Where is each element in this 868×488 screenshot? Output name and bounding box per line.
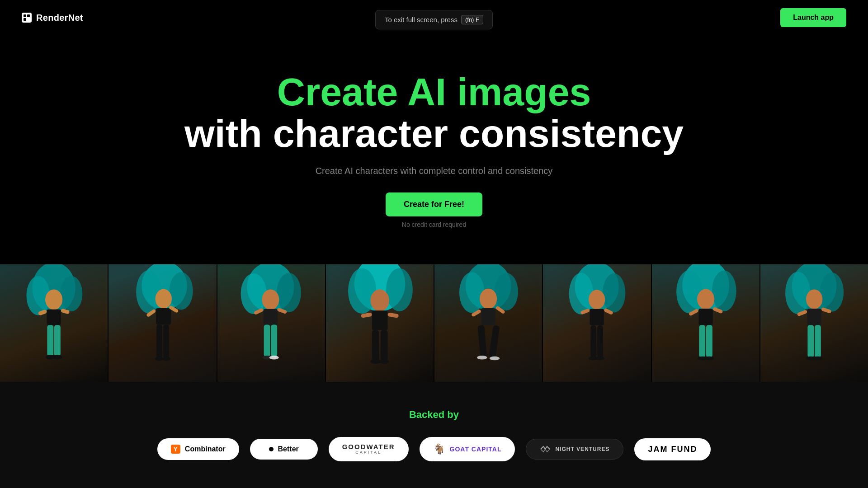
- svg-rect-42: [372, 310, 388, 330]
- svg-point-52: [480, 289, 497, 309]
- svg-point-39: [348, 268, 376, 314]
- svg-rect-4: [28, 19, 30, 21]
- svg-rect-46: [381, 330, 388, 361]
- hero-section: Create AI images with character consiste…: [0, 35, 868, 255]
- svg-rect-75: [698, 309, 712, 325]
- svg-rect-3: [24, 18, 26, 21]
- svg-point-51: [495, 273, 518, 310]
- better-dot-icon: [269, 447, 274, 451]
- svg-point-41: [370, 289, 389, 311]
- svg-rect-67: [591, 325, 597, 357]
- goat-label: GOAT CAPITAL: [450, 446, 502, 453]
- svg-rect-45: [372, 330, 379, 361]
- svg-rect-1: [24, 14, 26, 17]
- nv-icon: [540, 446, 551, 453]
- backer-goatcapital: 🐐 GOAT CAPITAL: [420, 437, 515, 461]
- backer-jamfund: JAM FUND: [634, 438, 711, 460]
- strip-image-3: [217, 264, 325, 382]
- svg-point-30: [262, 289, 279, 310]
- svg-point-70: [595, 357, 605, 361]
- strip-image-4: [326, 264, 434, 382]
- backer-nightventures: NIGHT VENTURES: [526, 439, 623, 460]
- backer-better: Better: [250, 439, 318, 460]
- strip-image-7: [652, 264, 760, 382]
- svg-rect-20: [156, 308, 171, 324]
- hero-subtitle: Create AI characters with complete contr…: [18, 166, 850, 176]
- hero-cta-area: Create for Free! No credit card required: [18, 192, 850, 228]
- dancer-figure-3: [217, 264, 325, 382]
- image-strip: [0, 264, 868, 382]
- svg-rect-64: [590, 309, 604, 325]
- dancer-figure-5: [434, 264, 542, 382]
- backed-by-label: Backed by: [18, 409, 850, 421]
- dancer-figure-1: [0, 264, 108, 382]
- yc-icon: Y: [171, 445, 180, 454]
- dancer-figure-4: [326, 264, 434, 382]
- goodwater-label: GOODWATER: [342, 443, 395, 451]
- svg-rect-90: [815, 325, 821, 357]
- svg-point-40: [386, 268, 413, 311]
- strip-image-2: [108, 264, 216, 382]
- backer-goodwater: GOODWATER CAPITAL: [329, 437, 409, 461]
- svg-point-50: [459, 272, 484, 313]
- svg-point-59: [490, 357, 500, 361]
- svg-rect-89: [807, 325, 814, 357]
- svg-point-48: [379, 359, 389, 364]
- svg-point-92: [813, 357, 822, 361]
- hero-heading: Create AI images with character consiste…: [18, 71, 850, 155]
- toast-text-prefix: To exit full screen, press: [385, 16, 458, 23]
- svg-rect-79: [706, 325, 712, 357]
- launch-app-button[interactable]: Launch app: [780, 8, 846, 27]
- svg-rect-53: [481, 308, 495, 325]
- dancer-figure-8: [760, 264, 868, 382]
- dancer-figure-2: [108, 264, 216, 382]
- goat-icon: 🐐: [433, 443, 445, 455]
- strip-image-6: [543, 264, 651, 382]
- svg-rect-31: [263, 309, 277, 325]
- strip-image-5: [434, 264, 542, 382]
- svg-rect-24: [163, 324, 169, 358]
- dancer-figure-7: [652, 264, 760, 382]
- svg-point-74: [697, 289, 714, 309]
- rendernet-logo-icon: [22, 13, 32, 23]
- svg-rect-78: [699, 325, 705, 357]
- svg-rect-44: [387, 312, 399, 318]
- svg-point-84: [820, 272, 844, 312]
- hero-title-line2: with character consistency: [18, 112, 850, 155]
- svg-point-26: [162, 357, 171, 361]
- dancer-figure-6: [543, 264, 651, 382]
- strip-image-8: [760, 264, 868, 382]
- svg-point-29: [277, 273, 301, 312]
- svg-point-83: [785, 272, 810, 314]
- svg-point-85: [806, 289, 822, 309]
- toast-key: (fn) F: [461, 15, 483, 24]
- strip-image-1: [0, 264, 108, 382]
- cta-note: No credit card required: [402, 221, 466, 228]
- svg-point-63: [589, 290, 605, 309]
- svg-point-58: [477, 356, 487, 360]
- nv-label: NIGHT VENTURES: [555, 446, 609, 452]
- backers-row: Y Combinator Better GOODWATER CAPITAL 🐐 …: [18, 437, 850, 461]
- svg-rect-35: [271, 324, 277, 357]
- svg-rect-56: [477, 325, 487, 357]
- svg-point-8: [45, 289, 62, 310]
- hero-title-line1: Create AI images: [18, 71, 850, 112]
- goodwater-sub: CAPITAL: [355, 450, 382, 455]
- svg-point-18: [170, 272, 193, 310]
- svg-rect-2: [27, 14, 30, 17]
- svg-point-15: [53, 355, 62, 359]
- svg-rect-0: [22, 13, 32, 23]
- svg-point-17: [136, 270, 161, 313]
- svg-point-28: [241, 273, 266, 314]
- svg-point-73: [712, 271, 736, 311]
- svg-rect-68: [597, 325, 603, 357]
- svg-point-62: [603, 273, 625, 313]
- yc-label: Combinator: [185, 445, 226, 453]
- jamfund-label: JAM FUND: [648, 445, 697, 454]
- svg-point-72: [676, 270, 702, 313]
- svg-rect-13: [54, 325, 61, 356]
- svg-point-81: [704, 357, 714, 361]
- svg-point-19: [156, 289, 172, 308]
- svg-rect-12: [47, 325, 53, 356]
- create-free-button[interactable]: Create for Free!: [386, 192, 482, 216]
